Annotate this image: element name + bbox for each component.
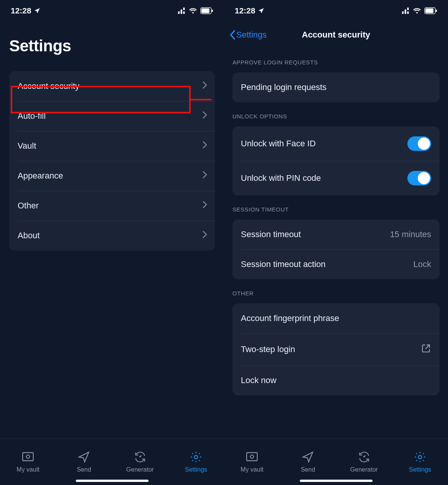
generator-icon xyxy=(134,451,147,464)
battery-icon xyxy=(424,7,437,14)
row-fingerprint-phrase[interactable]: Account fingerprint phrase xyxy=(232,303,440,333)
row-label: Two-step login xyxy=(241,344,295,354)
tab-label: Send xyxy=(301,466,315,473)
row-label: Account fingerprint phrase xyxy=(241,313,339,323)
chevron-left-icon xyxy=(229,30,235,40)
svg-rect-3 xyxy=(183,11,185,14)
row-value: Lock xyxy=(414,259,431,269)
row-label: Appearance xyxy=(18,171,63,181)
tab-label: Generator xyxy=(126,466,154,473)
settings-list: Account security Auto-fill Vault Appeara… xyxy=(9,71,215,251)
tab-my-vault[interactable]: My vault xyxy=(0,439,56,485)
tab-label: My vault xyxy=(240,466,263,473)
row-two-step-login[interactable]: Two-step login xyxy=(232,333,440,365)
row-vault[interactable]: Vault xyxy=(9,131,215,161)
toggle-pin[interactable] xyxy=(407,171,431,185)
row-label: About xyxy=(18,231,40,241)
tab-my-vault[interactable]: My vault xyxy=(224,439,280,485)
tab-settings[interactable]: Settings xyxy=(392,439,448,485)
section-header-other: OTHER xyxy=(224,279,448,300)
tab-label: Send xyxy=(77,466,91,473)
svg-point-9 xyxy=(195,456,198,459)
svg-rect-10 xyxy=(402,11,404,14)
section-header-timeout: SESSION TIMEOUT xyxy=(224,195,448,216)
svg-rect-1 xyxy=(181,10,182,14)
row-lock-now[interactable]: Lock now xyxy=(232,365,440,395)
status-bar: 12:28 xyxy=(224,0,448,21)
tab-label: My vault xyxy=(16,466,39,473)
grid-icon xyxy=(178,7,186,14)
page-title: Settings xyxy=(9,37,215,55)
svg-point-19 xyxy=(419,456,422,459)
tab-generator[interactable]: Generator xyxy=(336,439,392,485)
svg-rect-15 xyxy=(425,8,433,13)
row-about[interactable]: About xyxy=(9,221,215,251)
chevron-right-icon xyxy=(203,81,207,91)
generator-icon xyxy=(358,451,371,464)
home-indicator[interactable] xyxy=(76,480,149,482)
nav-title: Account security xyxy=(302,30,370,40)
row-label: Vault xyxy=(18,141,36,151)
row-other[interactable]: Other xyxy=(9,191,215,221)
chevron-right-icon xyxy=(203,141,207,151)
wifi-icon xyxy=(413,7,421,14)
svg-rect-2 xyxy=(183,8,185,10)
row-unlock-faceid[interactable]: Unlock with Face ID xyxy=(232,126,440,161)
row-session-timeout[interactable]: Session timeout 15 minutes xyxy=(232,220,440,249)
row-value: 15 minutes xyxy=(390,229,431,239)
row-unlock-pin[interactable]: Unlock with PIN code xyxy=(232,161,440,195)
svg-rect-0 xyxy=(178,11,180,14)
send-icon xyxy=(77,451,90,464)
tab-settings[interactable]: Settings xyxy=(168,439,224,485)
settings-icon xyxy=(190,451,203,464)
row-account-security[interactable]: Account security xyxy=(9,71,215,101)
vault-icon xyxy=(245,451,258,464)
svg-point-18 xyxy=(250,455,254,459)
svg-rect-5 xyxy=(201,8,209,13)
section-header-approve: APPROVE LOGIN REQUESTS xyxy=(224,48,448,69)
chevron-right-icon xyxy=(203,171,207,181)
send-icon xyxy=(301,451,314,464)
tab-label: Generator xyxy=(350,466,378,473)
vault-icon xyxy=(21,451,34,464)
row-label: Lock now xyxy=(241,375,276,385)
tab-generator[interactable]: Generator xyxy=(112,439,168,485)
svg-rect-13 xyxy=(407,11,409,14)
section-header-unlock: UNLOCK OPTIONS xyxy=(224,102,448,123)
svg-point-8 xyxy=(26,455,30,459)
row-label: Account security xyxy=(18,81,79,91)
grid-icon xyxy=(402,7,410,14)
row-label: Unlock with PIN code xyxy=(241,173,321,183)
settings-icon xyxy=(414,451,427,464)
chevron-right-icon xyxy=(203,201,207,211)
row-pending-login-requests[interactable]: Pending login requests xyxy=(232,72,440,102)
battery-icon xyxy=(200,7,213,14)
chevron-right-icon xyxy=(203,111,207,121)
location-icon xyxy=(34,7,41,14)
home-indicator[interactable] xyxy=(300,480,373,482)
row-appearance[interactable]: Appearance xyxy=(9,161,215,191)
toggle-faceid[interactable] xyxy=(407,136,431,151)
external-link-icon xyxy=(421,343,431,356)
svg-rect-16 xyxy=(436,10,437,12)
row-label: Session timeout action xyxy=(241,259,325,269)
tab-send[interactable]: Send xyxy=(280,439,336,485)
row-label: Pending login requests xyxy=(241,82,327,92)
svg-rect-12 xyxy=(407,8,409,10)
screen-account-security: 12:28 Settings Account security APPROVE … xyxy=(224,0,448,485)
nav-bar: Settings Account security xyxy=(224,21,448,48)
row-label: Other xyxy=(18,201,39,211)
row-session-timeout-action[interactable]: Session timeout action Lock xyxy=(232,249,440,279)
svg-rect-11 xyxy=(405,10,406,14)
chevron-right-icon xyxy=(203,231,207,241)
svg-rect-6 xyxy=(212,10,213,12)
back-button[interactable]: Settings xyxy=(229,30,267,40)
tab-label: Settings xyxy=(185,466,207,473)
tab-send[interactable]: Send xyxy=(56,439,112,485)
wifi-icon xyxy=(189,7,197,14)
row-label: Session timeout xyxy=(241,229,301,239)
row-label: Auto-fill xyxy=(18,111,46,121)
svg-rect-17 xyxy=(247,452,257,460)
row-auto-fill[interactable]: Auto-fill xyxy=(9,101,215,131)
status-bar: 12:28 xyxy=(0,0,224,21)
